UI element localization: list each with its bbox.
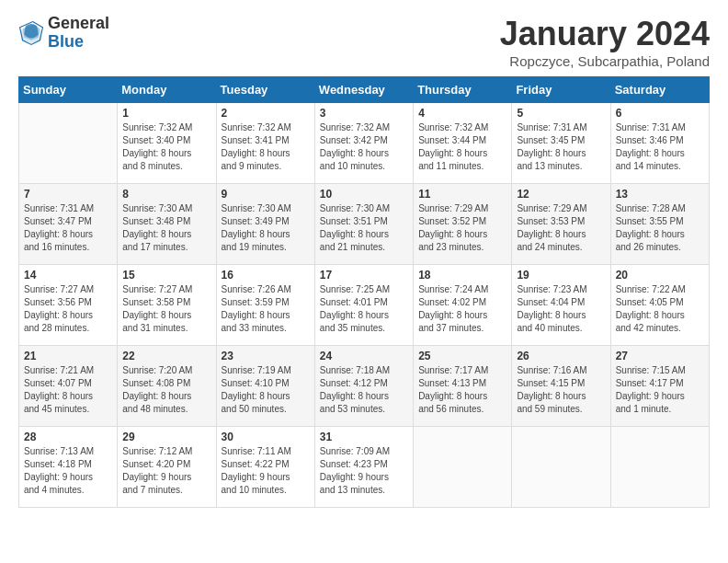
cell-w2-d0: 7Sunrise: 7:31 AM Sunset: 3:47 PM Daylig… — [19, 184, 118, 265]
cell-w4-d3: 24Sunrise: 7:18 AM Sunset: 4:12 PM Dayli… — [314, 346, 413, 427]
cell-content: Sunrise: 7:32 AM Sunset: 3:41 PM Dayligh… — [222, 121, 311, 173]
day-number: 31 — [320, 431, 409, 443]
cell-content: Sunrise: 7:27 AM Sunset: 3:56 PM Dayligh… — [24, 283, 113, 335]
cell-content: Sunrise: 7:27 AM Sunset: 3:58 PM Dayligh… — [122, 283, 211, 335]
week-row-5: 28Sunrise: 7:13 AM Sunset: 4:18 PM Dayli… — [19, 427, 710, 508]
header-saturday: Saturday — [610, 77, 709, 103]
cell-content: Sunrise: 7:25 AM Sunset: 4:01 PM Dayligh… — [320, 283, 409, 335]
cell-content: Sunrise: 7:24 AM Sunset: 4:02 PM Dayligh… — [418, 283, 507, 335]
cell-content: Sunrise: 7:30 AM Sunset: 3:49 PM Dayligh… — [222, 202, 311, 254]
day-number: 8 — [122, 188, 211, 201]
day-number: 16 — [222, 269, 311, 282]
cell-content: Sunrise: 7:21 AM Sunset: 4:07 PM Dayligh… — [24, 364, 113, 416]
cell-content: Sunrise: 7:12 AM Sunset: 4:20 PM Dayligh… — [122, 445, 211, 497]
cell-w1-d0 — [19, 103, 118, 184]
header-wednesday: Wednesday — [314, 77, 413, 103]
day-number: 13 — [616, 188, 705, 201]
cell-w4-d6: 27Sunrise: 7:15 AM Sunset: 4:17 PM Dayli… — [610, 346, 709, 427]
day-number: 25 — [418, 350, 507, 362]
day-number: 9 — [222, 188, 311, 201]
day-number: 1 — [122, 107, 211, 120]
cell-content: Sunrise: 7:30 AM Sunset: 3:48 PM Dayligh… — [122, 202, 211, 254]
cell-w2-d4: 11Sunrise: 7:29 AM Sunset: 3:52 PM Dayli… — [414, 184, 512, 265]
cell-content: Sunrise: 7:30 AM Sunset: 3:51 PM Dayligh… — [320, 202, 409, 254]
day-number: 20 — [616, 269, 705, 282]
day-number: 4 — [418, 107, 507, 120]
cell-content: Sunrise: 7:28 AM Sunset: 3:55 PM Dayligh… — [616, 202, 705, 254]
cell-content: Sunrise: 7:11 AM Sunset: 4:22 PM Dayligh… — [222, 445, 311, 497]
cell-content: Sunrise: 7:29 AM Sunset: 3:53 PM Dayligh… — [517, 202, 606, 254]
day-number: 11 — [418, 188, 507, 201]
logo: General Blue — [18, 15, 109, 52]
cell-w2-d2: 9Sunrise: 7:30 AM Sunset: 3:49 PM Daylig… — [216, 184, 314, 265]
cell-w3-d6: 20Sunrise: 7:22 AM Sunset: 4:05 PM Dayli… — [610, 265, 709, 346]
day-number: 14 — [24, 269, 113, 282]
cell-content: Sunrise: 7:18 AM Sunset: 4:12 PM Dayligh… — [320, 364, 409, 416]
cell-content: Sunrise: 7:29 AM Sunset: 3:52 PM Dayligh… — [418, 202, 507, 254]
cell-w5-d2: 30Sunrise: 7:11 AM Sunset: 4:22 PM Dayli… — [216, 427, 314, 508]
cell-content: Sunrise: 7:09 AM Sunset: 4:23 PM Dayligh… — [320, 445, 409, 497]
cell-content: Sunrise: 7:19 AM Sunset: 4:10 PM Dayligh… — [222, 364, 311, 416]
cell-w2-d3: 10Sunrise: 7:30 AM Sunset: 3:51 PM Dayli… — [314, 184, 413, 265]
day-number: 2 — [222, 107, 311, 120]
day-number: 15 — [122, 269, 211, 282]
week-row-3: 14Sunrise: 7:27 AM Sunset: 3:56 PM Dayli… — [19, 265, 710, 346]
day-number: 17 — [320, 269, 409, 282]
day-number: 21 — [24, 350, 113, 362]
cell-w5-d3: 31Sunrise: 7:09 AM Sunset: 4:23 PM Dayli… — [314, 427, 413, 508]
header-friday: Friday — [512, 77, 610, 103]
cell-w5-d0: 28Sunrise: 7:13 AM Sunset: 4:18 PM Dayli… — [19, 427, 118, 508]
cell-content: Sunrise: 7:31 AM Sunset: 3:47 PM Dayligh… — [24, 202, 113, 254]
cell-w4-d1: 22Sunrise: 7:20 AM Sunset: 4:08 PM Dayli… — [118, 346, 216, 427]
cell-content: Sunrise: 7:15 AM Sunset: 4:17 PM Dayligh… — [616, 364, 705, 416]
day-number: 28 — [24, 431, 113, 443]
cell-content: Sunrise: 7:20 AM Sunset: 4:08 PM Dayligh… — [122, 364, 211, 416]
page-header: General Blue January 2024 Ropczyce, Subc… — [18, 15, 710, 69]
cell-content: Sunrise: 7:32 AM Sunset: 3:42 PM Dayligh… — [320, 121, 409, 173]
cell-content: Sunrise: 7:13 AM Sunset: 4:18 PM Dayligh… — [24, 445, 113, 497]
header-row: SundayMondayTuesdayWednesdayThursdayFrid… — [19, 77, 710, 103]
day-number: 5 — [517, 107, 606, 120]
cell-w4-d0: 21Sunrise: 7:21 AM Sunset: 4:07 PM Dayli… — [19, 346, 118, 427]
cell-w5-d5 — [512, 427, 610, 508]
cell-content: Sunrise: 7:26 AM Sunset: 3:59 PM Dayligh… — [222, 283, 311, 335]
cell-w1-d3: 3Sunrise: 7:32 AM Sunset: 3:42 PM Daylig… — [314, 103, 413, 184]
day-number: 19 — [517, 269, 606, 282]
day-number: 27 — [616, 350, 705, 362]
cell-w5-d6 — [610, 427, 709, 508]
day-number: 12 — [517, 188, 606, 201]
cell-w3-d0: 14Sunrise: 7:27 AM Sunset: 3:56 PM Dayli… — [19, 265, 118, 346]
day-number: 10 — [320, 188, 409, 201]
cell-w1-d5: 5Sunrise: 7:31 AM Sunset: 3:45 PM Daylig… — [512, 103, 610, 184]
day-number: 26 — [517, 350, 606, 362]
cell-w4-d5: 26Sunrise: 7:16 AM Sunset: 4:15 PM Dayli… — [512, 346, 610, 427]
cell-w3-d2: 16Sunrise: 7:26 AM Sunset: 3:59 PM Dayli… — [216, 265, 314, 346]
day-number: 29 — [122, 431, 211, 443]
logo-blue: Blue — [48, 33, 109, 52]
header-monday: Monday — [118, 77, 216, 103]
cell-w1-d4: 4Sunrise: 7:32 AM Sunset: 3:44 PM Daylig… — [414, 103, 512, 184]
day-number: 7 — [24, 188, 113, 201]
day-number: 30 — [222, 431, 311, 443]
header-thursday: Thursday — [414, 77, 512, 103]
cell-w1-d2: 2Sunrise: 7:32 AM Sunset: 3:41 PM Daylig… — [216, 103, 314, 184]
cell-w4-d2: 23Sunrise: 7:19 AM Sunset: 4:10 PM Dayli… — [216, 346, 314, 427]
cell-w4-d4: 25Sunrise: 7:17 AM Sunset: 4:13 PM Dayli… — [414, 346, 512, 427]
cell-w2-d6: 13Sunrise: 7:28 AM Sunset: 3:55 PM Dayli… — [610, 184, 709, 265]
cell-w5-d1: 29Sunrise: 7:12 AM Sunset: 4:20 PM Dayli… — [118, 427, 216, 508]
calendar-location: Ropczyce, Subcarpathia, Poland — [500, 53, 710, 69]
header-tuesday: Tuesday — [216, 77, 314, 103]
cell-content: Sunrise: 7:16 AM Sunset: 4:15 PM Dayligh… — [517, 364, 606, 416]
cell-content: Sunrise: 7:22 AM Sunset: 4:05 PM Dayligh… — [616, 283, 705, 335]
calendar-table: SundayMondayTuesdayWednesdayThursdayFrid… — [18, 76, 710, 508]
header-sunday: Sunday — [19, 77, 118, 103]
day-number: 23 — [222, 350, 311, 362]
cell-content: Sunrise: 7:17 AM Sunset: 4:13 PM Dayligh… — [418, 364, 507, 416]
title-block: January 2024 Ropczyce, Subcarpathia, Pol… — [500, 15, 710, 69]
cell-content: Sunrise: 7:31 AM Sunset: 3:45 PM Dayligh… — [517, 121, 606, 173]
cell-content: Sunrise: 7:32 AM Sunset: 3:40 PM Dayligh… — [122, 121, 211, 173]
cell-content: Sunrise: 7:23 AM Sunset: 4:04 PM Dayligh… — [517, 283, 606, 335]
cell-w1-d1: 1Sunrise: 7:32 AM Sunset: 3:40 PM Daylig… — [118, 103, 216, 184]
cell-w5-d4 — [414, 427, 512, 508]
day-number: 18 — [418, 269, 507, 282]
